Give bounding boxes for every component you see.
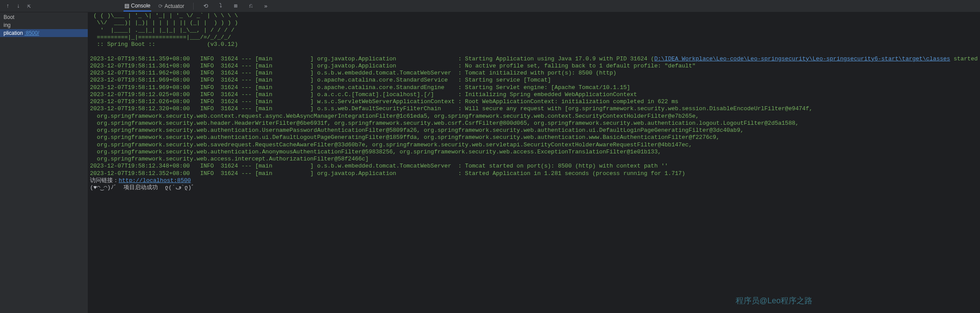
- log-line: 2023-12-07T19:58:11.969+08:00 INFO 31624…: [90, 84, 630, 91]
- port-link[interactable]: :8500/: [24, 30, 39, 36]
- tab-actuator[interactable]: ⟳ Actuator: [157, 1, 185, 11]
- banner-line: =========|_|==============|___/=/_/_/_/: [90, 34, 231, 41]
- log-line: 2023-12-07T19:58:12.348+08:00 INFO 31624…: [90, 163, 668, 169]
- filter-icon[interactable]: ⎌: [247, 2, 255, 11]
- log-line: 2023-12-07T19:58:12.025+08:00 INFO 31624…: [90, 91, 637, 98]
- main-area: Boot ing plication :8500/ ( ( )\___ | '_…: [0, 12, 980, 313]
- banner-line: :: Spring Boot :: (v3.0.12): [90, 41, 238, 48]
- console-output[interactable]: ( ( )\___ | '_ \| '_| | '_ \/ _` | \ \ \…: [88, 12, 980, 313]
- export-icon[interactable]: ⇱: [25, 2, 34, 11]
- visit-label: 访问链接：: [90, 177, 119, 184]
- more-icon[interactable]: »: [262, 2, 270, 11]
- actuator-icon: ⟳: [158, 3, 163, 9]
- tab-console-label: Console: [131, 3, 150, 9]
- refresh-icon[interactable]: ⤵: [217, 2, 225, 11]
- log-line: 2023-12-07T19:58:12.352+08:00 INFO 31624…: [90, 170, 685, 177]
- download-icon[interactable]: ↓: [14, 2, 23, 11]
- sidebar-item-application[interactable]: plication :8500/: [0, 29, 88, 37]
- banner-line: \\/ ___)| |_)| | | | | || (_| | ) ) ) ): [90, 19, 238, 26]
- log-line: 2023-12-07T19:58:12.320+08:00 INFO 31624…: [90, 105, 812, 162]
- banner-line: ( ( )\___ | '_ \| '_| | '_ \/ _` | \ \ \…: [90, 12, 238, 19]
- sidebar-item[interactable]: Boot: [0, 13, 88, 21]
- path-link[interactable]: D:\IDEA Workplace\Leo-code\Leo-springsec…: [654, 56, 950, 62]
- log-line: 2023-12-07T19:58:11.962+08:00 INFO 31624…: [90, 70, 617, 76]
- log-line: 2023-12-07T19:58:11.361+08:00 INFO 31624…: [90, 63, 696, 69]
- sidebar: Boot ing plication :8500/: [0, 12, 88, 313]
- divider: [193, 3, 194, 10]
- banner-line: ' |____| .__|_| |_|_| |_\__, | / / / /: [90, 27, 235, 34]
- run-gc-icon[interactable]: ⟲: [202, 2, 210, 11]
- toolbar: ↑ ↓ ⇱ ▤ Console ⟳ Actuator ⟲ ⤵ ⊞ ⎌ »: [0, 0, 980, 12]
- log-line: 2023-12-07T19:58:12.026+08:00 INFO 31624…: [90, 98, 678, 105]
- up-arrow-icon[interactable]: ↑: [4, 2, 12, 11]
- localhost-link[interactable]: http://localhost:8500: [119, 177, 191, 184]
- success-line: (♥◠‿◠)ﾉﾞ 项目启动成功 ლ(´ڡ`ლ)ﾞ: [90, 184, 195, 191]
- sidebar-item-label: plication: [4, 30, 24, 36]
- tab-console[interactable]: ▤ Console: [123, 1, 151, 11]
- log-line: 2023-12-07T19:58:11.969+08:00 INFO 31624…: [90, 77, 551, 83]
- settings-icon[interactable]: ⊞: [232, 2, 240, 11]
- console-icon: ▤: [124, 3, 129, 9]
- log-line: 2023-12-07T19:58:11.359+08:00 INFO 31624…: [90, 56, 654, 62]
- sidebar-item[interactable]: ing: [0, 21, 88, 29]
- tab-actuator-label: Actuator: [165, 3, 184, 9]
